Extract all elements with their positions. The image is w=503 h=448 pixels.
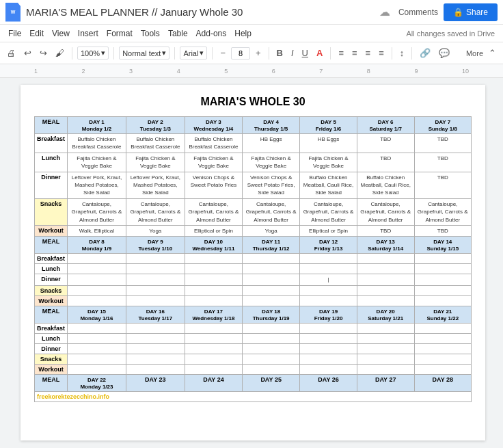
meal-cell-0-2-0[interactable]: Leftover Pork, Kraut, Mashed Potatoes, S… <box>68 172 126 198</box>
comment-button[interactable]: 💬 <box>436 47 452 60</box>
meal-cell-0-4-0[interactable]: Walk, Elliptical <box>68 225 126 236</box>
meal-cell-2-4-6[interactable] <box>414 364 472 374</box>
meal-cell-0-3-3[interactable]: Cantaloupe, Grapefruit, Carrots & Almond… <box>243 198 300 225</box>
meal-cell-2-0-4[interactable] <box>300 323 357 333</box>
meal-cell-0-4-2[interactable]: Elliptical or Spin <box>185 225 242 236</box>
meal-cell-0-3-2[interactable]: Cantaloupe, Grapefruit, Carrots & Almond… <box>185 198 242 225</box>
meal-cell-1-2-2[interactable] <box>185 274 242 285</box>
meal-cell-0-0-1[interactable]: Buffalo Chicken Breakfast Casserole <box>126 134 185 153</box>
meal-cell-0-2-6[interactable]: TBD <box>414 172 472 198</box>
align-right-button[interactable]: ≡ <box>363 47 374 60</box>
meal-cell-0-4-6[interactable]: TBD <box>414 225 472 236</box>
menu-format[interactable]: Format <box>107 29 133 38</box>
meal-cell-0-0-5[interactable]: TBD <box>357 134 414 153</box>
meal-cell-2-1-1[interactable] <box>126 333 185 343</box>
meal-cell-2-2-5[interactable] <box>357 343 414 354</box>
font-size-input[interactable] <box>231 47 250 60</box>
meal-cell-0-3-4[interactable]: Cantaloupe, Grapefruit, Carrots & Almond… <box>300 198 357 225</box>
meal-cell-1-1-6[interactable] <box>414 264 472 274</box>
meal-cell-2-4-1[interactable] <box>126 364 185 374</box>
meal-cell-1-1-3[interactable] <box>243 264 300 274</box>
comments-button[interactable]: Comments <box>398 8 438 17</box>
meal-cell-2-3-4[interactable] <box>300 354 357 364</box>
meal-cell-0-4-3[interactable]: Yoga <box>243 225 300 236</box>
meal-cell-0-3-5[interactable]: Cantaloupe, Grapefruit, Carrots & Almond… <box>357 198 414 225</box>
meal-cell-1-2-0[interactable] <box>68 274 126 285</box>
meal-cell-0-4-4[interactable]: Elliptical or Spin <box>300 225 357 236</box>
menu-table[interactable]: Table <box>168 29 188 38</box>
meal-cell-2-2-6[interactable] <box>414 343 472 354</box>
meal-cell-2-3-3[interactable] <box>243 354 300 364</box>
meal-cell-1-3-3[interactable] <box>243 285 300 295</box>
meal-cell-1-2-5[interactable] <box>357 274 414 285</box>
meal-cell-1-0-3[interactable] <box>243 254 300 264</box>
meal-cell-1-0-5[interactable] <box>357 254 414 264</box>
meal-cell-0-0-4[interactable]: HB Eggs <box>300 134 357 153</box>
meal-cell-1-4-6[interactable] <box>414 295 472 306</box>
meal-cell-0-0-3[interactable]: HB Eggs <box>243 134 300 153</box>
meal-cell-2-0-3[interactable] <box>243 323 300 333</box>
meal-cell-1-3-2[interactable] <box>185 285 242 295</box>
meal-cell-1-2-4[interactable]: | <box>300 274 357 285</box>
meal-cell-2-2-0[interactable] <box>68 343 126 354</box>
undo-button[interactable]: ↩ <box>21 47 34 60</box>
meal-cell-1-4-4[interactable] <box>300 295 357 306</box>
line-spacing-button[interactable]: ↕ <box>397 47 407 60</box>
meal-cell-1-1-1[interactable] <box>126 264 185 274</box>
more-button[interactable]: More <box>466 49 483 57</box>
font-size-minus[interactable]: − <box>217 47 228 60</box>
meal-cell-1-4-0[interactable] <box>68 295 126 306</box>
meal-cell-0-2-2[interactable]: Venison Chops & Sweet Potato Fries <box>185 172 242 198</box>
meal-cell-2-4-5[interactable] <box>357 364 414 374</box>
menu-file[interactable]: File <box>8 29 21 38</box>
meal-cell-0-3-0[interactable]: Cantaloupe, Grapefruit, Carrots & Almond… <box>68 198 126 225</box>
meal-cell-0-1-0[interactable]: Fajita Chicken & Veggie Bake <box>68 153 126 172</box>
text-color-button[interactable]: A <box>314 47 325 60</box>
meal-cell-2-2-4[interactable] <box>300 343 357 354</box>
meal-cell-0-1-5[interactable]: TBD <box>357 153 414 172</box>
underline-button[interactable]: U <box>299 47 311 60</box>
meal-cell-2-0-1[interactable] <box>126 323 185 333</box>
chevron-up-icon[interactable]: ⌃ <box>486 47 499 60</box>
meal-cell-1-1-5[interactable] <box>357 264 414 274</box>
menu-edit[interactable]: Edit <box>29 29 44 38</box>
meal-cell-2-2-3[interactable] <box>243 343 300 354</box>
meal-cell-0-0-6[interactable]: TBD <box>414 134 472 153</box>
italic-button[interactable]: I <box>288 47 297 60</box>
menu-insert[interactable]: Insert <box>78 29 98 38</box>
meal-cell-0-4-1[interactable]: Yoga <box>126 225 185 236</box>
menu-help[interactable]: Help <box>234 29 252 38</box>
meal-cell-1-4-1[interactable] <box>126 295 185 306</box>
meal-cell-0-1-4[interactable]: Fajita Chicken & Veggie Bake <box>300 153 357 172</box>
zoom-dropdown[interactable]: 100%▾ <box>77 47 109 60</box>
meal-cell-2-3-1[interactable] <box>126 354 185 364</box>
meal-cell-2-4-0[interactable] <box>68 364 126 374</box>
meal-cell-2-1-5[interactable] <box>357 333 414 343</box>
meal-cell-2-3-2[interactable] <box>185 354 242 364</box>
meal-cell-1-3-4[interactable] <box>300 285 357 295</box>
meal-cell-0-2-1[interactable]: Leftover Pork, Kraut, Mashed Potatoes, S… <box>126 172 185 198</box>
meal-cell-0-2-3[interactable]: Venison Chops & Sweet Potato Fries, Side… <box>243 172 300 198</box>
meal-cell-0-4-5[interactable]: TBD <box>357 225 414 236</box>
meal-cell-1-3-1[interactable] <box>126 285 185 295</box>
meal-cell-1-2-3[interactable] <box>243 274 300 285</box>
meal-cell-2-0-2[interactable] <box>185 323 242 333</box>
justify-button[interactable]: ≡ <box>376 47 387 60</box>
font-dropdown[interactable]: Arial▾ <box>180 47 207 60</box>
meal-cell-2-0-6[interactable] <box>414 323 472 333</box>
paint-format-button[interactable]: 🖌 <box>53 47 67 60</box>
meal-cell-0-1-2[interactable]: Fajita Chicken & Veggie Bake <box>185 153 242 172</box>
menu-addons[interactable]: Add-ons <box>196 29 227 38</box>
meal-cell-2-1-4[interactable] <box>300 333 357 343</box>
meal-cell-1-4-2[interactable] <box>185 295 242 306</box>
meal-cell-0-3-1[interactable]: Cantaloupe, Grapefruit, Carrots & Almond… <box>126 198 185 225</box>
meal-cell-1-0-2[interactable] <box>185 254 242 264</box>
meal-cell-2-4-2[interactable] <box>185 364 242 374</box>
meal-cell-2-2-2[interactable] <box>185 343 242 354</box>
align-center-button[interactable]: ≡ <box>349 47 360 60</box>
menu-view[interactable]: View <box>52 29 70 38</box>
meal-cell-2-0-5[interactable] <box>357 323 414 333</box>
meal-cell-1-2-1[interactable] <box>126 274 185 285</box>
meal-cell-0-1-6[interactable]: TBD <box>414 153 472 172</box>
style-dropdown[interactable]: Normal text▾ <box>119 47 169 60</box>
